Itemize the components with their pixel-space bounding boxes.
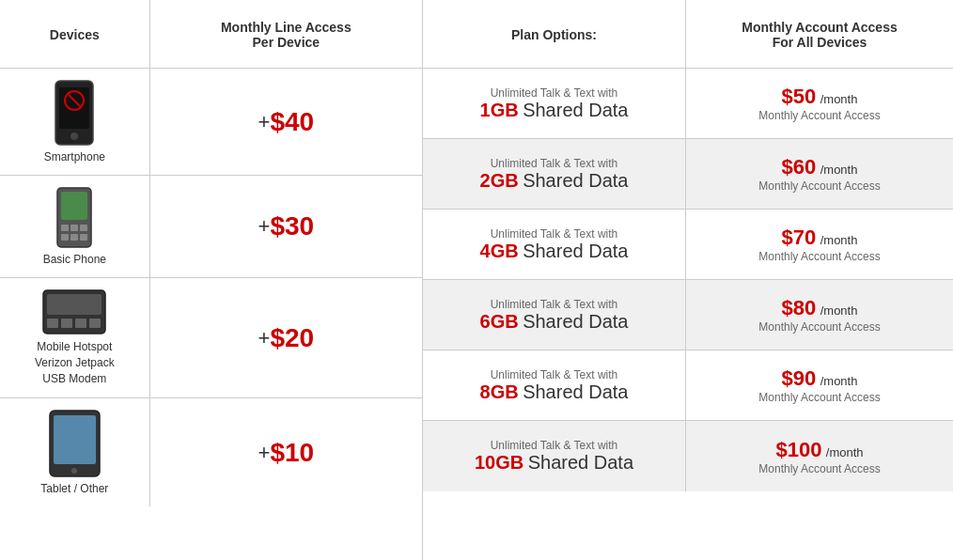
device-price-amount-hotspot: $20 (270, 323, 314, 353)
plan-data-1gb: 1GB (480, 100, 519, 120)
device-cell-smartphone: Smartphone (0, 69, 150, 175)
line-access-header: Monthly Line AccessPer Device (150, 0, 422, 68)
plan-access-8gb: $90 /month Monthly Account Access (686, 350, 953, 420)
plan-access-6gb: $80 /month Monthly Account Access (686, 280, 953, 350)
svg-rect-8 (70, 225, 78, 231)
plan-access-10gb: $100 /month Monthly Account Access (686, 421, 953, 491)
hotspot-icon (42, 289, 106, 334)
device-price-hotspot: + $20 (150, 312, 422, 365)
device-cell-tablet: Tablet / Other (0, 398, 150, 506)
plan-data-label-1gb: Shared Data (523, 100, 628, 120)
svg-rect-7 (61, 225, 69, 231)
devices-header: Devices (0, 0, 150, 68)
device-cell-hotspot: Mobile HotspotVerizon JetpackUSB Modem (0, 278, 150, 397)
svg-rect-1 (59, 87, 89, 129)
plan-access-1gb: $50 /month Monthly Account Access (686, 69, 953, 138)
device-row-basicphone: Basic Phone + $30 (0, 176, 422, 278)
device-row-tablet: Tablet / Other + $10 (0, 398, 422, 506)
svg-rect-20 (54, 415, 96, 464)
basicphone-icon (56, 187, 92, 248)
device-price-amount-basicphone: $30 (270, 211, 314, 241)
plan-options-1gb: Unlimited Talk & Text with 1GB Shared Da… (423, 69, 686, 138)
device-name-hotspot: Mobile HotspotVerizon JetpackUSB Modem (35, 339, 115, 386)
plan-row-4gb: Unlimited Talk & Text with 4GB Shared Da… (423, 210, 953, 280)
tablet-icon (49, 410, 101, 477)
smartphone-icon (55, 80, 94, 146)
device-cell-basicphone: Basic Phone (0, 176, 150, 277)
plan-row-2gb: Unlimited Talk & Text with 2GB Shared Da… (423, 139, 953, 210)
svg-rect-6 (61, 192, 87, 220)
plan-options-8gb: Unlimited Talk & Text with 8GB Shared Da… (423, 350, 686, 420)
svg-rect-14 (47, 294, 102, 315)
plan-desc-1gb: Unlimited Talk & Text with (491, 86, 618, 100)
device-price-basicphone: + $30 (150, 200, 422, 253)
svg-point-2 (70, 132, 78, 140)
device-name-tablet: Tablet / Other (40, 482, 108, 495)
device-name-smartphone: Smartphone (44, 150, 105, 163)
svg-point-21 (71, 468, 77, 474)
plan-row-6gb: Unlimited Talk & Text with 6GB Shared Da… (423, 280, 953, 350)
plan-access-2gb: $60 /month Monthly Account Access (686, 139, 953, 209)
device-price-amount-smartphone: $40 (270, 107, 314, 137)
device-name-basicphone: Basic Phone (43, 253, 106, 266)
device-price-amount-tablet: $10 (270, 438, 314, 468)
device-price-tablet: + $10 (150, 427, 422, 479)
plan-row-1gb: Unlimited Talk & Text with 1GB Shared Da… (423, 69, 953, 139)
svg-rect-17 (75, 319, 86, 328)
plan-access-4gb: $70 /month Monthly Account Access (686, 210, 953, 279)
plan-options-4gb: Unlimited Talk & Text with 4GB Shared Da… (423, 210, 686, 279)
plan-row-10gb: Unlimited Talk & Text with 10GB Shared D… (423, 421, 953, 491)
svg-rect-12 (80, 234, 87, 241)
account-access-header: Monthly Account AccessFor All Devices (686, 0, 953, 68)
device-row-hotspot: Mobile HotspotVerizon JetpackUSB Modem +… (0, 278, 422, 398)
plan-options-6gb: Unlimited Talk & Text with 6GB Shared Da… (423, 280, 686, 350)
plan-options-10gb: Unlimited Talk & Text with 10GB Shared D… (423, 421, 686, 491)
plan-row-8gb: Unlimited Talk & Text with 8GB Shared Da… (423, 350, 953, 421)
svg-rect-10 (61, 234, 69, 241)
plan-options-header: Plan Options: (423, 0, 686, 68)
svg-rect-18 (89, 319, 101, 328)
svg-rect-15 (47, 319, 58, 328)
device-price-smartphone: + $40 (150, 96, 422, 148)
device-row-smartphone: Smartphone + $40 (0, 69, 422, 176)
plan-price-1gb: $50 (782, 85, 817, 108)
svg-rect-9 (80, 225, 87, 231)
svg-rect-16 (61, 319, 72, 328)
plan-options-2gb: Unlimited Talk & Text with 2GB Shared Da… (423, 139, 686, 209)
svg-rect-11 (70, 234, 78, 241)
